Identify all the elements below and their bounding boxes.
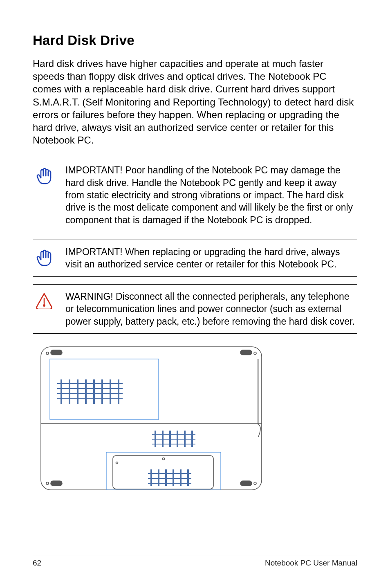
page-number: 62 [33,559,41,568]
page-title: Hard Disk Drive [33,33,357,48]
svg-point-1 [43,305,45,306]
callout-important-2: IMPORTANT! When replacing or upgrading t… [33,240,357,277]
svg-rect-11 [50,359,159,420]
svg-rect-7 [51,350,62,355]
callout-important-1: IMPORTANT! Poor handling of the Notebook… [33,158,357,232]
svg-rect-2 [41,347,262,490]
laptop-bottom-diagram [33,343,270,496]
body-paragraph: Hard disk drives have higher capacities … [33,57,357,146]
svg-rect-37 [113,456,213,489]
svg-point-5 [46,482,49,485]
hand-icon [33,246,56,267]
svg-point-6 [254,482,256,485]
svg-point-3 [46,352,49,355]
hand-icon [33,164,56,185]
svg-point-39 [116,462,118,464]
warning-icon [33,290,56,309]
svg-rect-9 [51,481,62,486]
svg-point-4 [254,352,256,355]
callout-text: IMPORTANT! Poor handling of the Notebook… [65,164,357,226]
callout-text: IMPORTANT! When replacing or upgrading t… [65,246,357,271]
page-footer: 62 Notebook PC User Manual [33,556,357,568]
footer-label: Notebook PC User Manual [265,559,357,568]
callout-text: WARNING! Disconnect all the connected pe… [65,290,357,328]
svg-rect-10 [240,481,252,486]
svg-rect-8 [240,350,252,355]
svg-point-38 [163,458,165,460]
callout-warning: WARNING! Disconnect all the connected pe… [33,284,357,334]
